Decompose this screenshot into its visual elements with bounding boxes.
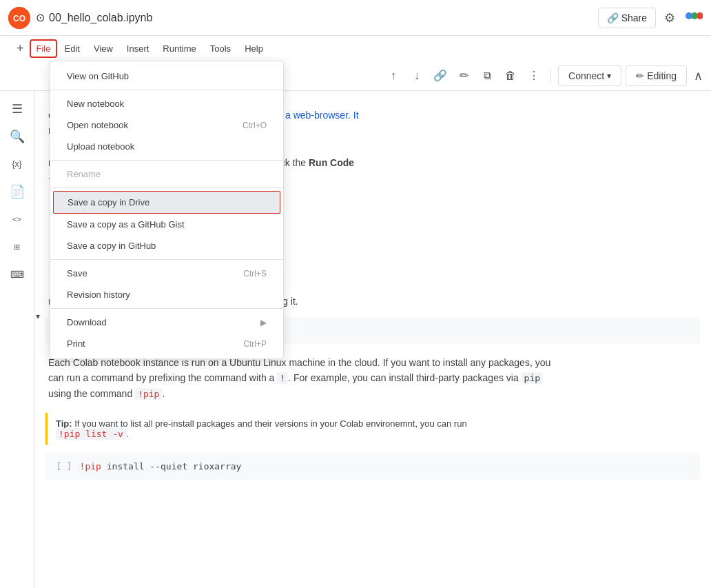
top-bar-right: 🔗 Share ⚙ <box>598 6 703 29</box>
add-cell-button[interactable]: + <box>11 39 30 59</box>
svg-text:CO: CO <box>13 14 25 23</box>
code-cell-2[interactable]: [ ] !pip install --quiet rioxarray <box>45 453 700 480</box>
collapse-toolbar-button[interactable]: ∧ <box>691 65 705 86</box>
text-cell-3: Each Colab notebook instance is run on a… <box>45 349 666 407</box>
connect-label: Connect <box>568 70 604 81</box>
sidebar-code-icon[interactable]: <> <box>5 207 30 232</box>
menu-runtime[interactable]: Runtime <box>156 39 203 58</box>
text-cell-packages: n packages. You can use a package by sim… <box>45 288 666 314</box>
connect-button[interactable]: Connect ▾ <box>558 65 621 86</box>
notebook-toolbar: ↑ ↓ 🔗 ✏ ⧉ 🗑 ⋮ Connect ▾ ✏ Editing ∧ <box>0 61 711 91</box>
link-cell-icon[interactable]: 🔗 <box>431 66 450 85</box>
exclaim-code: ! <box>277 372 288 384</box>
cell-bracket-2: [ ] <box>56 461 72 471</box>
text-cell-2: new cell and enter a block of code. To r… <box>45 150 666 192</box>
accounts-icon[interactable] <box>683 6 703 29</box>
link-icon: 🔗 <box>607 12 619 23</box>
code-content-2: !pip install --quiet rioxarray <box>80 461 242 472</box>
github-icon: ⊙ <box>36 11 45 24</box>
menu-tools[interactable]: Tools <box>203 39 238 58</box>
colab-logo[interactable]: CO <box>8 7 30 29</box>
editing-button[interactable]: ✏ Editing <box>626 65 687 86</box>
more-options-icon[interactable]: ⋮ <box>524 66 544 85</box>
paragraph-1: environment that allows anyone to run Py… <box>48 108 663 139</box>
pip-install-code: !pip <box>135 388 162 400</box>
cell-bracket-1: [ ] <box>56 325 72 335</box>
sidebar-table-icon[interactable]: ⊞ <box>5 234 30 259</box>
title-area: ⊙ 00_hello_colab.ipynb <box>36 11 152 24</box>
pencil-icon: ✏ <box>636 70 644 81</box>
pip-list-code: !pip list -v <box>56 428 126 440</box>
code-cell-1[interactable]: [ ] import pandas as pd <box>45 317 700 344</box>
sidebar-menu-icon[interactable]: ☰ <box>5 97 30 121</box>
code-content-1: import pandas as pd <box>80 325 183 336</box>
menu-view[interactable]: View <box>87 39 120 58</box>
menu-insert[interactable]: Insert <box>120 39 156 58</box>
sidebar-search-icon[interactable]: 🔍 <box>5 124 30 149</box>
paragraph-2: new cell and enter a block of code. To r… <box>48 155 663 186</box>
connect-chevron-icon: ▾ <box>607 71 611 81</box>
section-collapse-arrow[interactable]: ▾ <box>36 312 40 321</box>
run-code-label: Run Code <box>309 157 354 168</box>
settings-icon[interactable]: ⚙ <box>664 10 675 26</box>
pip-code: pip <box>522 372 543 384</box>
tip-label: Tip: <box>56 418 72 429</box>
menu-edit[interactable]: Edit <box>57 39 86 58</box>
editing-label: Editing <box>647 70 677 81</box>
move-up-icon[interactable]: ↑ <box>384 66 403 85</box>
delete-cell-icon[interactable]: 🗑 <box>501 66 520 85</box>
toolbar-right: ↑ ↓ 🔗 ✏ ⧉ 🗑 ⋮ Connect ▾ ✏ Editing ∧ <box>384 65 705 86</box>
packages-paragraph: n packages. You can use a package by sim… <box>48 294 663 309</box>
top-bar: CO ⊙ 00_hello_colab.ipynb 🔗 Share ⚙ <box>0 0 711 36</box>
main-layout: ☰ 🔍 {x} 📄 <> ⊞ ⌨ environment that allows… <box>0 91 711 588</box>
menu-help[interactable]: Help <box>238 39 270 58</box>
svg-point-4 <box>697 12 703 19</box>
tip-content: Tip: If you want to list all pre-install… <box>56 418 692 439</box>
move-down-icon[interactable]: ↓ <box>407 66 426 85</box>
sidebar: ☰ 🔍 {x} 📄 <> ⊞ ⌨ <box>0 91 34 588</box>
sidebar-terminal-icon[interactable]: ⌨ <box>5 262 30 287</box>
edit-cell-icon[interactable]: ✏ <box>454 66 473 85</box>
sidebar-file-icon[interactable]: 📄 <box>5 179 30 204</box>
paragraph-3: Each Colab notebook instance is run on a… <box>48 355 663 402</box>
menu-bar: + File Edit View Insert Runtime Tools He… <box>0 36 711 61</box>
notebook-title[interactable]: 00_hello_colab.ipynb <box>49 12 152 24</box>
tip-box: Tip: If you want to list all pre-install… <box>45 413 700 445</box>
main-content: environment that allows anyone to run Py… <box>34 91 711 588</box>
sidebar-variable-icon[interactable]: {x} <box>5 152 30 176</box>
text-cell-1: environment that allows anyone to run Py… <box>45 102 666 144</box>
copy-cell-icon[interactable]: ⧉ <box>477 66 497 85</box>
share-button[interactable]: 🔗 Share <box>598 8 656 28</box>
menu-file[interactable]: File <box>30 39 58 58</box>
